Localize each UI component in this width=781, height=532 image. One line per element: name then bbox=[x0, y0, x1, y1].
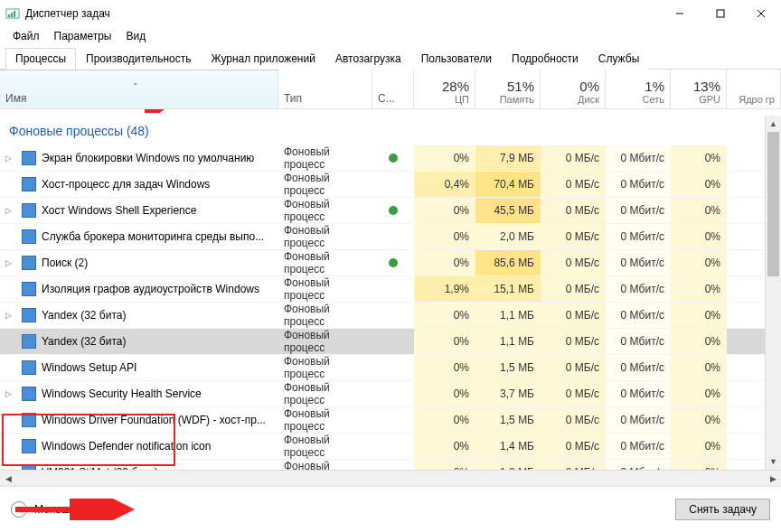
svg-rect-2 bbox=[11, 13, 13, 17]
tab-0[interactable]: Процессы bbox=[5, 48, 76, 70]
process-icon bbox=[22, 334, 36, 349]
mem-label: Память bbox=[500, 94, 534, 105]
suspended-icon bbox=[389, 206, 398, 215]
tab-4[interactable]: Пользователи bbox=[411, 48, 502, 70]
network-cell: 0 Мбит/с bbox=[606, 381, 671, 406]
scroll-left-button[interactable]: ◀ bbox=[0, 471, 16, 486]
column-name[interactable]: Имя ⌄ bbox=[0, 70, 278, 108]
menu-file[interactable]: Файл bbox=[5, 28, 47, 44]
column-gpu[interactable]: 13%GPU bbox=[671, 70, 727, 108]
expand-icon[interactable]: ▷ bbox=[5, 389, 16, 398]
window-controls bbox=[659, 0, 781, 27]
tab-2[interactable]: Журнал приложений bbox=[202, 48, 325, 70]
scroll-right-button[interactable]: ▶ bbox=[765, 471, 781, 486]
net-percent: 1% bbox=[645, 79, 664, 94]
process-row[interactable]: Windows Setup APIФоновый процесс0%1,5 МБ… bbox=[0, 355, 765, 381]
gpu-cell: 0% bbox=[671, 224, 727, 249]
maximize-button[interactable] bbox=[700, 0, 740, 27]
tab-bar: ПроцессыПроизводительностьЖурнал приложе… bbox=[0, 47, 781, 70]
memory-cell: 1,1 МБ bbox=[475, 329, 541, 354]
gpu-cell: 0% bbox=[671, 198, 727, 223]
expand-icon[interactable]: ▷ bbox=[5, 311, 16, 320]
process-row[interactable]: Yandex (32 бита)Фоновый процесс0%1,1 МБ0… bbox=[0, 329, 765, 355]
disk-cell: 0 МБ/с bbox=[541, 145, 606, 171]
process-row[interactable]: ▷Экран блокировки Windows по умолчаниюФо… bbox=[0, 145, 765, 172]
tab-1[interactable]: Производительность bbox=[76, 48, 201, 70]
column-network[interactable]: 1%Сеть bbox=[606, 70, 671, 108]
process-icon bbox=[22, 360, 36, 375]
disk-label: Диск bbox=[578, 94, 599, 105]
task-name-cell: ▷Экран блокировки Windows по умолчанию bbox=[0, 145, 278, 171]
gpu-cell: 0% bbox=[671, 276, 727, 302]
disk-cell: 0 МБ/с bbox=[541, 381, 606, 406]
process-name: Хост-процесс для задач Windows bbox=[42, 178, 210, 191]
column-status-label: С... bbox=[378, 92, 395, 105]
scroll-down-button[interactable]: ▼ bbox=[766, 453, 781, 470]
tab-5[interactable]: Подробности bbox=[502, 48, 588, 70]
type-cell: Фоновый процесс bbox=[278, 276, 372, 302]
process-row[interactable]: ▷Windows Security Health ServiceФоновый … bbox=[0, 381, 765, 407]
process-icon bbox=[22, 387, 36, 401]
tab-6[interactable]: Службы bbox=[588, 48, 649, 70]
memory-cell: 1,5 МБ bbox=[475, 407, 541, 433]
status-cell bbox=[372, 198, 414, 223]
fewer-details-button[interactable]: ⌃ Меньше bbox=[11, 501, 76, 518]
fewer-label: Меньше bbox=[34, 503, 76, 516]
column-cpu[interactable]: 28%ЦП bbox=[414, 70, 475, 108]
svg-rect-1 bbox=[8, 14, 10, 17]
column-disk[interactable]: 0%Диск bbox=[541, 70, 606, 108]
status-cell bbox=[372, 250, 414, 275]
process-icon bbox=[22, 229, 36, 244]
expand-icon[interactable]: ▷ bbox=[5, 154, 16, 163]
gpu-cell: 0% bbox=[671, 381, 727, 406]
type-cell: Фоновый процесс bbox=[278, 434, 372, 459]
gpu-cell: 0% bbox=[671, 303, 727, 328]
scroll-up-button[interactable]: ▲ bbox=[766, 116, 781, 132]
menu-view[interactable]: Вид bbox=[118, 28, 153, 44]
gpu-cell: 0% bbox=[671, 434, 727, 459]
process-row[interactable]: Windows Driver Foundation (WDF) - хост-п… bbox=[0, 407, 765, 434]
suspended-icon bbox=[389, 258, 398, 267]
process-name: Yandex (32 бита) bbox=[42, 335, 126, 348]
process-row[interactable]: Служба брокера мониторинга среды выпо...… bbox=[0, 224, 765, 250]
network-cell: 0 Мбит/с bbox=[606, 329, 671, 354]
process-row[interactable]: ▷Поиск (2)Фоновый процесс0%85,6 МБ0 МБ/с… bbox=[0, 250, 765, 276]
process-name: Windows Defender notification icon bbox=[42, 440, 211, 453]
process-row[interactable]: Изоляция графов аудиоустройств WindowsФо… bbox=[0, 276, 765, 303]
process-row[interactable]: ▷Yandex (32 бита)Фоновый процесс0%1,1 МБ… bbox=[0, 303, 765, 329]
tab-3[interactable]: Автозагрузка bbox=[325, 48, 411, 70]
end-task-button[interactable]: Снять задачу bbox=[675, 499, 770, 520]
minimize-button[interactable] bbox=[659, 0, 700, 27]
process-name: Windows Setup API bbox=[42, 361, 136, 374]
task-name-cell: ▷Поиск (2) bbox=[0, 250, 278, 275]
window-title: Диспетчер задач bbox=[25, 7, 659, 20]
expand-icon[interactable]: ▷ bbox=[5, 206, 16, 215]
menu-options[interactable]: Параметры bbox=[47, 28, 119, 44]
vertical-scrollbar[interactable]: ▲ ▼ bbox=[765, 116, 781, 470]
process-row[interactable]: Хост-процесс для задач WindowsФоновый пр… bbox=[0, 172, 765, 198]
horizontal-scrollbar[interactable]: ◀ ▶ bbox=[0, 470, 781, 486]
expand-icon[interactable]: ▷ bbox=[5, 258, 16, 267]
status-cell bbox=[372, 381, 414, 406]
close-button[interactable] bbox=[740, 0, 781, 27]
cpu-cell: 0% bbox=[414, 355, 475, 380]
cpu-label: ЦП bbox=[455, 94, 469, 105]
gpu-engine-label: Ядро гр bbox=[739, 94, 775, 105]
scroll-thumb[interactable] bbox=[767, 132, 779, 276]
task-name-cell: Изоляция графов аудиоустройств Windows bbox=[0, 276, 278, 302]
column-status[interactable]: С... bbox=[372, 70, 414, 108]
disk-cell: 0 МБ/с bbox=[541, 172, 606, 197]
disk-cell: 0 МБ/с bbox=[541, 250, 606, 275]
memory-cell: 15,1 МБ bbox=[475, 276, 541, 302]
process-row[interactable]: Windows Defender notification iconФоновы… bbox=[0, 434, 765, 460]
hscroll-track[interactable] bbox=[16, 471, 765, 486]
disk-cell: 0 МБ/с bbox=[541, 198, 606, 223]
column-gpu-engine[interactable]: Ядро гр bbox=[727, 70, 781, 108]
memory-cell: 85,6 МБ bbox=[475, 250, 541, 275]
network-cell: 0 Мбит/с bbox=[606, 407, 671, 433]
process-row[interactable]: ▷Хост Windows Shell ExperienceФоновый пр… bbox=[0, 198, 765, 224]
column-memory[interactable]: 51%Память bbox=[475, 70, 541, 108]
column-type-label: Тип bbox=[284, 92, 302, 105]
status-cell bbox=[372, 145, 414, 171]
column-type[interactable]: Тип bbox=[278, 70, 372, 108]
